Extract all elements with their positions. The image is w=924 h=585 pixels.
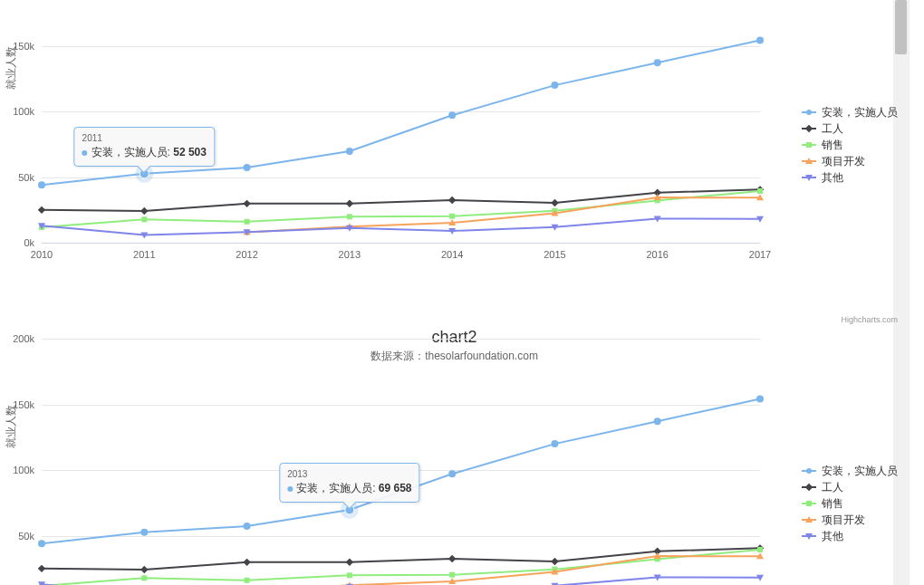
- svg-rect-47: [757, 547, 763, 552]
- svg-rect-9: [140, 207, 148, 215]
- legend-item[interactable]: 工人: [802, 120, 898, 137]
- x-axis: 20102011201220132014201520162017: [42, 243, 760, 244]
- svg-point-29: [551, 440, 558, 447]
- chart-svg: [42, 322, 760, 585]
- legend-label: 工人: [822, 121, 843, 137]
- svg-point-3: [346, 148, 353, 155]
- legend-marker-icon: [802, 486, 816, 488]
- svg-point-5: [551, 82, 558, 89]
- chart-svg: [42, 0, 760, 243]
- svg-rect-17: [141, 216, 147, 222]
- x-tick-label: 2017: [749, 249, 771, 260]
- tooltip: 2011安装，实施人员: 52 503: [74, 127, 215, 167]
- svg-rect-34: [243, 559, 250, 566]
- y-axis-title: 就业人数: [4, 46, 19, 90]
- svg-point-24: [38, 540, 45, 547]
- tooltip: 2013安装，实施人员: 69 658: [279, 463, 419, 503]
- svg-point-2: [244, 164, 251, 171]
- legend-item[interactable]: 项目开发: [802, 153, 898, 169]
- svg-rect-12: [448, 197, 456, 204]
- legend-label: 其他: [822, 170, 843, 186]
- legend-marker-icon: [802, 160, 816, 162]
- legend-item[interactable]: 工人: [802, 479, 898, 495]
- x-tick-label: 2013: [339, 249, 361, 260]
- y-tick-label: 200k: [13, 333, 34, 344]
- svg-rect-11: [346, 199, 353, 206]
- y-tick-label: 100k: [13, 465, 34, 475]
- x-tick-label: 2015: [544, 249, 565, 260]
- svg-point-6: [654, 59, 661, 66]
- tooltip-value: 69 658: [379, 482, 412, 494]
- legend-marker-icon: [802, 128, 816, 129]
- tooltip-dot-icon: [82, 150, 88, 156]
- legend-marker-icon: [802, 503, 816, 504]
- svg-point-31: [756, 395, 764, 402]
- legend-marker-icon: [802, 519, 816, 521]
- svg-rect-36: [448, 555, 456, 562]
- x-tick-label: 2011: [133, 249, 155, 260]
- plot-area[interactable]: 0k50k100k150k200k20102011201220132014201…: [42, 0, 760, 243]
- svg-rect-19: [347, 214, 352, 219]
- svg-rect-44: [449, 572, 455, 578]
- legend-label: 项目开发: [822, 513, 865, 528]
- svg-rect-43: [347, 572, 352, 578]
- svg-point-30: [654, 417, 661, 425]
- plot-area[interactable]: 0k50k100k150k200k20102011201220132014201…: [42, 322, 760, 585]
- y-tick-label: 100k: [13, 106, 34, 117]
- legend: 安装，实施人员工人销售项目开发其他: [802, 463, 898, 544]
- legend-label: 工人: [822, 480, 843, 495]
- legend-marker-icon: [802, 144, 816, 146]
- legend-item[interactable]: 安装，实施人员: [802, 463, 898, 479]
- tooltip-header: 2011: [82, 133, 207, 143]
- svg-rect-13: [551, 199, 558, 206]
- chart-container-1: chart2数据来源：thesolarfoundation.com就业人数0k5…: [0, 322, 909, 585]
- y-tick-label: 0k: [24, 237, 34, 248]
- chart-container-0: 数据来源：thesolarfoundation.com就业人数0k50k100k…: [0, 0, 909, 326]
- svg-point-7: [756, 36, 764, 43]
- viewport: 数据来源：thesolarfoundation.com就业人数0k50k100k…: [0, 0, 910, 585]
- legend-marker-icon: [802, 177, 816, 178]
- legend-label: 销售: [822, 138, 843, 153]
- legend-item[interactable]: 其他: [802, 169, 898, 186]
- x-tick-label: 2014: [441, 249, 463, 260]
- series-line[interactable]: [42, 191, 760, 227]
- x-tick-label: 2010: [31, 249, 53, 260]
- tooltip-value: 52 503: [173, 146, 207, 158]
- tooltip-header: 2013: [287, 469, 411, 479]
- series-line[interactable]: [42, 219, 760, 235]
- svg-rect-18: [245, 219, 250, 225]
- svg-point-4: [448, 111, 456, 119]
- y-axis-title: 就业人数: [4, 405, 19, 448]
- y-tick-label: 50k: [18, 172, 34, 183]
- legend-item[interactable]: 其他: [802, 528, 898, 544]
- svg-rect-35: [346, 558, 353, 565]
- svg-point-26: [244, 523, 251, 530]
- svg-rect-42: [245, 578, 250, 583]
- tooltip-series: 安装，实施人员: [91, 146, 168, 158]
- svg-point-28: [448, 470, 456, 477]
- legend-item[interactable]: 销售: [802, 495, 898, 512]
- svg-rect-8: [38, 206, 45, 214]
- svg-rect-10: [243, 200, 250, 207]
- svg-rect-20: [449, 214, 455, 219]
- legend-item[interactable]: 销售: [802, 137, 898, 153]
- svg-point-25: [140, 529, 148, 536]
- series-line[interactable]: [42, 550, 760, 585]
- svg-rect-23: [757, 188, 763, 194]
- legend-item[interactable]: 安装，实施人员: [802, 104, 898, 120]
- y-tick-label: 150k: [13, 41, 34, 52]
- tooltip-series: 安装，实施人员: [296, 482, 372, 494]
- y-tick-label: 50k: [18, 531, 34, 542]
- x-tick-label: 2016: [646, 249, 668, 260]
- legend-label: 销售: [822, 496, 843, 512]
- legend: 安装，实施人员工人销售项目开发其他: [802, 104, 898, 186]
- svg-rect-33: [140, 566, 148, 573]
- legend-label: 安装，实施人员: [822, 464, 898, 479]
- legend-label: 安装，实施人员: [822, 105, 898, 120]
- y-tick-label: 150k: [13, 399, 34, 410]
- tooltip-dot-icon: [287, 486, 293, 492]
- legend-item[interactable]: 项目开发: [802, 512, 898, 528]
- legend-marker-icon: [802, 535, 816, 537]
- legend-marker-icon: [802, 111, 816, 113]
- svg-point-0: [38, 181, 45, 188]
